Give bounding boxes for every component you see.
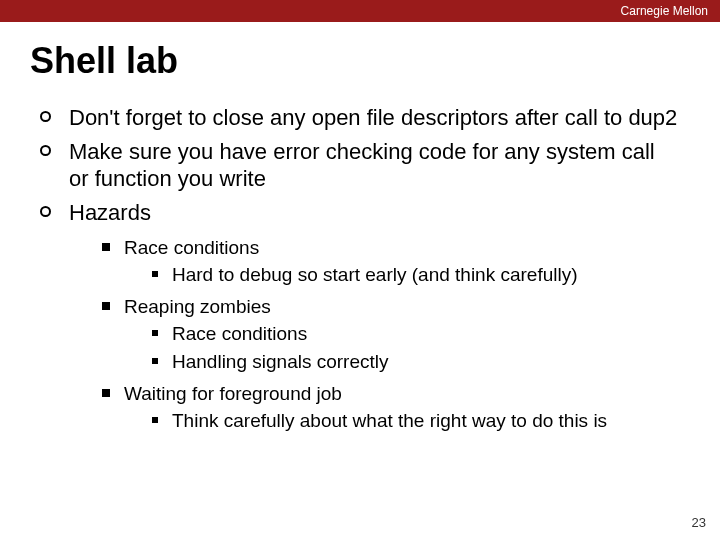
list-item: Waiting for foreground job Think careful… xyxy=(102,382,680,437)
org-label: Carnegie Mellon xyxy=(621,4,708,18)
slide-title: Shell lab xyxy=(30,40,720,82)
list-item: Don't forget to close any open file desc… xyxy=(40,104,680,132)
hazard-sub-text: Think carefully about what the right way… xyxy=(172,409,607,434)
small-square-bullet-icon xyxy=(152,271,158,277)
list-item: Think carefully about what the right way… xyxy=(152,409,607,434)
bullet-text: Don't forget to close any open file desc… xyxy=(69,104,677,132)
content-area: Don't forget to close any open file desc… xyxy=(0,104,720,438)
ring-bullet-icon xyxy=(40,111,51,122)
list-item: Hard to debug so start early (and think … xyxy=(152,263,578,288)
hazard-sub-text: Hard to debug so start early (and think … xyxy=(172,263,578,288)
hazard-label: Reaping zombies xyxy=(124,296,271,317)
slide: Carnegie Mellon Shell lab Don't forget t… xyxy=(0,0,720,540)
small-square-bullet-icon xyxy=(152,358,158,364)
bullet-text: Make sure you have error checking code f… xyxy=(69,138,680,193)
topbar: Carnegie Mellon xyxy=(0,0,720,22)
hazard-sub-text: Race conditions xyxy=(172,322,307,347)
ring-bullet-icon xyxy=(40,145,51,156)
hazard-sub-text: Handling signals correctly xyxy=(172,350,389,375)
list-item: Race conditions xyxy=(152,322,389,347)
list-item: Handling signals correctly xyxy=(152,350,389,375)
square-bullet-icon xyxy=(102,389,110,397)
square-bullet-icon xyxy=(102,302,110,310)
hazards-list: Race conditions Hard to debug so start e… xyxy=(102,236,680,438)
hazard-sublist: Hard to debug so start early (and think … xyxy=(152,263,578,288)
ring-bullet-icon xyxy=(40,206,51,217)
hazard-sublist: Think carefully about what the right way… xyxy=(152,409,607,434)
square-bullet-icon xyxy=(102,243,110,251)
hazard-sublist: Race conditions Handling signals correct… xyxy=(152,322,389,374)
page-number: 23 xyxy=(692,515,706,530)
list-item: Reaping zombies Race conditions Handling… xyxy=(102,295,680,378)
list-item: Race conditions Hard to debug so start e… xyxy=(102,236,680,291)
main-list: Don't forget to close any open file desc… xyxy=(40,104,680,226)
hazard-label: Race conditions xyxy=(124,237,259,258)
hazard-label: Waiting for foreground job xyxy=(124,383,342,404)
bullet-text: Hazards xyxy=(69,199,151,227)
list-item: Make sure you have error checking code f… xyxy=(40,138,680,193)
list-item: Hazards xyxy=(40,199,680,227)
small-square-bullet-icon xyxy=(152,417,158,423)
small-square-bullet-icon xyxy=(152,330,158,336)
